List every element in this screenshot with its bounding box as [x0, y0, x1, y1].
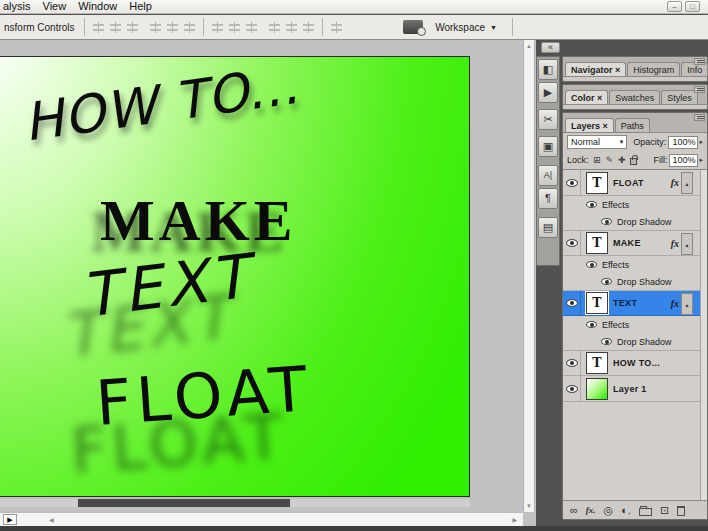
opacity-input[interactable]: 100%	[668, 136, 698, 149]
horizontal-scrollbar[interactable]	[0, 499, 470, 507]
visibility-toggle[interactable]	[563, 231, 581, 255]
distribute-bottom-edges-icon[interactable]	[244, 21, 259, 34]
link-layers-icon[interactable]: ∞	[570, 502, 578, 519]
collapse-effects-button[interactable]: ▲	[681, 233, 693, 255]
layer-row-make[interactable]: T MAKE fx ▲	[563, 230, 700, 256]
layer-row-text-selected[interactable]: T TEXT fx ▲	[563, 290, 700, 316]
panel-menu-icon[interactable]	[694, 86, 705, 93]
layer-thumbnail[interactable]: T	[586, 292, 608, 314]
collapse-effects-button[interactable]: ▲	[681, 293, 693, 315]
visibility-toggle[interactable]	[563, 351, 581, 375]
layer-thumbnail[interactable]: T	[586, 172, 608, 194]
actions-panel-icon[interactable]: ▶	[538, 82, 558, 103]
distribute-horizontal-centers-icon[interactable]	[284, 21, 299, 34]
effects-row[interactable]: Effects	[563, 196, 700, 213]
transform-controls-label[interactable]: nsform Controls	[0, 22, 79, 33]
opacity-spinner-icon[interactable]: ▸	[699, 138, 703, 146]
effects-row[interactable]: Effects	[563, 256, 700, 273]
scroll-right-icon[interactable]: ▶	[512, 516, 517, 523]
drop-shadow-row[interactable]: Drop Shadow	[563, 333, 700, 350]
menu-window[interactable]: Window	[75, 0, 126, 13]
layer-thumbnail-gradient[interactable]	[586, 378, 608, 400]
layer-name[interactable]: MAKE	[613, 238, 641, 248]
character-panel-icon[interactable]: A|	[538, 165, 558, 186]
eye-icon[interactable]	[586, 321, 597, 328]
align-right-edges-icon[interactable]	[182, 21, 197, 34]
restore-button[interactable]: □	[685, 1, 700, 12]
minimize-button[interactable]: –	[667, 1, 682, 12]
eye-icon[interactable]	[601, 338, 612, 345]
delete-layer-icon[interactable]	[677, 506, 685, 516]
effects-row[interactable]: Effects	[563, 316, 700, 333]
tab-navigator[interactable]: Navigator ×	[565, 62, 626, 76]
layer-row-how-to[interactable]: T HOW TO...	[563, 350, 700, 376]
canvas[interactable]: HOW TO... MAKE TEXT FLOAT	[0, 56, 470, 497]
scroll-left-icon[interactable]: ◀	[49, 516, 54, 523]
new-group-icon[interactable]	[639, 508, 652, 516]
drop-shadow-row[interactable]: Drop Shadow	[563, 273, 700, 290]
tool-presets-panel-icon[interactable]: ✂	[538, 109, 558, 130]
distribute-vertical-centers-icon[interactable]	[227, 21, 242, 34]
go-to-bridge-icon[interactable]	[403, 20, 423, 34]
lock-paint-icon[interactable]: ✎	[604, 154, 615, 166]
adjustment-layer-icon[interactable]: ◐.	[621, 502, 631, 519]
tab-styles[interactable]: Styles	[661, 90, 698, 104]
align-vertical-centers-icon[interactable]	[108, 21, 123, 34]
visibility-toggle[interactable]	[563, 376, 581, 401]
layers-scrollbar[interactable]	[700, 170, 707, 500]
layer-style-icon[interactable]: fx.	[586, 505, 596, 515]
eye-icon[interactable]	[586, 201, 597, 208]
vertical-scrollbar[interactable]: ▲ ▼	[523, 40, 535, 512]
visibility-toggle[interactable]	[563, 170, 581, 195]
layer-comps-panel-icon[interactable]: ▤	[538, 217, 558, 238]
align-left-edges-icon[interactable]	[148, 21, 163, 34]
tab-swatches[interactable]: Swatches	[609, 90, 660, 104]
tab-color[interactable]: Color ×	[565, 90, 608, 104]
layer-row-float[interactable]: T FLOAT fx ▲	[563, 170, 700, 196]
collapse-dock-button[interactable]: «	[541, 42, 560, 53]
distribute-top-edges-icon[interactable]	[210, 21, 225, 34]
lock-position-icon[interactable]: ✚	[617, 154, 628, 166]
workspace-menu[interactable]: Workspace ▼	[423, 22, 507, 33]
align-bottom-edges-icon[interactable]	[125, 21, 140, 34]
distribute-left-edges-icon[interactable]	[267, 21, 282, 34]
align-horizontal-centers-icon[interactable]	[165, 21, 180, 34]
panel-menu-icon[interactable]	[694, 58, 705, 65]
horizontal-scrollbar-thumb[interactable]	[78, 499, 290, 507]
paragraph-panel-icon[interactable]: ¶	[538, 188, 558, 209]
layer-name[interactable]: Layer 1	[613, 384, 647, 394]
layer-name[interactable]: TEXT	[613, 298, 637, 308]
lock-all-icon[interactable]	[630, 158, 637, 165]
tab-histogram[interactable]: Histogram	[627, 62, 680, 76]
eye-icon[interactable]	[586, 261, 597, 268]
visibility-toggle[interactable]	[563, 291, 581, 315]
panel-menu-icon[interactable]	[694, 114, 705, 121]
blend-mode-select[interactable]: Normal ▾	[567, 135, 627, 149]
layer-row-layer1[interactable]: Layer 1	[563, 376, 700, 402]
collapse-effects-button[interactable]: ▲	[681, 172, 693, 194]
lock-transparency-icon[interactable]: ⊞	[592, 154, 603, 166]
auto-align-layers-icon[interactable]	[329, 21, 344, 34]
layer-thumbnail[interactable]: T	[586, 232, 608, 254]
scroll-up-icon[interactable]: ▲	[524, 43, 534, 49]
fill-spinner-icon[interactable]: ▸	[699, 156, 703, 164]
add-layer-mask-icon[interactable]: ◎	[604, 502, 614, 519]
layer-thumbnail[interactable]: T	[586, 352, 608, 374]
align-top-edges-icon[interactable]	[91, 21, 106, 34]
menu-view[interactable]: View	[40, 0, 76, 13]
tab-paths[interactable]: Paths	[615, 118, 650, 132]
layer-name[interactable]: HOW TO...	[613, 358, 660, 368]
drop-shadow-row[interactable]: Drop Shadow	[563, 213, 700, 230]
tab-layers[interactable]: Layers ×	[565, 118, 614, 132]
new-layer-icon[interactable]: ⊡	[660, 502, 669, 519]
status-flyout-button[interactable]: ▶	[3, 514, 17, 525]
menu-analysis[interactable]: alysis	[0, 0, 40, 13]
clone-source-panel-icon[interactable]: ▣	[538, 136, 558, 157]
distribute-right-edges-icon[interactable]	[301, 21, 316, 34]
eye-icon[interactable]	[601, 218, 612, 225]
fill-input[interactable]: 100%	[669, 154, 698, 167]
histogram-panel-icon[interactable]: ◧	[538, 59, 558, 80]
layer-name[interactable]: FLOAT	[613, 178, 644, 188]
scroll-down-icon[interactable]: ▼	[524, 503, 534, 509]
eye-icon[interactable]	[601, 278, 612, 285]
